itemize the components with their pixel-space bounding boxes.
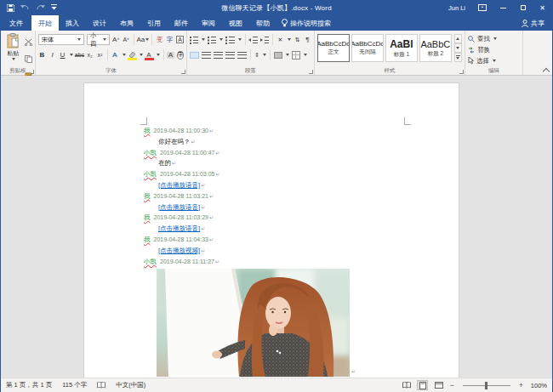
- maximize-button[interactable]: [513, 0, 533, 15]
- web-layout-button[interactable]: [433, 380, 444, 390]
- read-mode-button[interactable]: [401, 380, 412, 390]
- sort-button[interactable]: ⇅: [294, 37, 301, 43]
- tell-me-box[interactable]: 操作说明搜索: [276, 15, 336, 31]
- voice-playback-link[interactable]: [点击播放语音]: [158, 224, 200, 232]
- style-heading2[interactable]: AaBbC 标题 2: [419, 34, 452, 62]
- line-spacing-button[interactable]: ⇕: [254, 52, 259, 59]
- borders-caret[interactable]: [304, 54, 307, 56]
- phonetic-guide-button[interactable]: 变: [156, 37, 163, 43]
- strikethrough-button[interactable]: abc: [76, 52, 83, 58]
- increase-indent-button[interactable]: [265, 37, 269, 43]
- shading-caret[interactable]: [286, 54, 289, 56]
- subscript-button[interactable]: x₂: [86, 52, 94, 58]
- show-marks-button[interactable]: ¶: [304, 37, 311, 43]
- styles-scroll-down[interactable]: [454, 43, 462, 53]
- paragraph-dialog-launcher[interactable]: [309, 70, 313, 74]
- voice-playback-link[interactable]: [点击播放语音]: [158, 203, 200, 211]
- customize-qat-button[interactable]: [51, 4, 57, 11]
- shrink-font-button[interactable]: A˅: [123, 37, 130, 43]
- asian-layout-caret[interactable]: [288, 38, 291, 41]
- zoom-level[interactable]: 100%: [528, 382, 547, 389]
- tab-mailings[interactable]: 邮件: [168, 15, 195, 31]
- numbering-button[interactable]: [211, 37, 216, 43]
- asian-layout-button[interactable]: ✕: [276, 37, 284, 43]
- grow-font-button[interactable]: A˄: [112, 37, 120, 43]
- change-case-button[interactable]: Aa: [138, 37, 149, 43]
- replace-button[interactable]: 替换: [468, 44, 520, 55]
- print-layout-button[interactable]: [417, 380, 428, 390]
- text-effects-button[interactable]: A: [111, 52, 119, 59]
- redo-button[interactable]: [36, 4, 45, 12]
- tab-design[interactable]: 设计: [86, 15, 113, 31]
- undo-button[interactable]: [20, 4, 30, 12]
- bold-button[interactable]: B: [38, 52, 46, 59]
- styles-scroll-up[interactable]: [454, 34, 462, 43]
- document-page[interactable]: 我2019-04-28 11:00:30↵ 你好在吗？↵ 小凯2019-04-2…: [83, 82, 459, 378]
- zoom-slider-thumb[interactable]: [485, 382, 487, 389]
- minimize-button[interactable]: [493, 0, 513, 15]
- highlight-button[interactable]: [128, 52, 136, 59]
- video-playback-link[interactable]: [点击播放视频]: [158, 247, 200, 254]
- tab-view[interactable]: 视图: [222, 15, 249, 31]
- proofing-status[interactable]: [97, 382, 105, 389]
- highlight-caret[interactable]: [140, 54, 143, 56]
- select-button[interactable]: 选择: [468, 55, 520, 66]
- enclose-characters-button[interactable]: 字: [177, 51, 184, 60]
- character-shading-button[interactable]: A: [167, 52, 174, 59]
- decrease-indent-button[interactable]: [253, 37, 257, 43]
- multilevel-list-button[interactable]: [229, 37, 234, 43]
- borders-button[interactable]: [292, 51, 300, 60]
- find-button[interactable]: 查找: [468, 33, 520, 44]
- line-spacing-caret[interactable]: [263, 54, 266, 56]
- voice-playback-link[interactable]: [点击播放语音]: [158, 181, 200, 189]
- align-right-button[interactable]: [214, 52, 223, 59]
- tab-file[interactable]: 文件: [1, 15, 31, 31]
- inline-photo[interactable]: ↵: [157, 269, 350, 377]
- style-normal[interactable]: AaBbCcDd 正文: [317, 34, 350, 62]
- user-name[interactable]: Jun Li: [448, 4, 465, 12]
- font-color-caret[interactable]: [157, 54, 160, 56]
- text-effects-caret[interactable]: [123, 54, 126, 56]
- underline-button[interactable]: U: [59, 52, 66, 59]
- cut-button[interactable]: [25, 34, 32, 49]
- close-button[interactable]: ✕: [533, 0, 552, 15]
- align-left-button[interactable]: [190, 52, 199, 59]
- word-count[interactable]: 115 个字: [62, 381, 87, 389]
- share-button[interactable]: 共享: [514, 15, 552, 31]
- style-no-spacing[interactable]: AaBbCcDd 无间隔: [351, 34, 384, 62]
- language-indicator[interactable]: 中文(中国): [116, 381, 145, 389]
- ribbon-display-options-button[interactable]: [474, 0, 493, 15]
- underline-caret[interactable]: [70, 54, 73, 56]
- style-heading1[interactable]: AaBl 标题 1: [385, 34, 418, 62]
- styles-gallery-more[interactable]: [454, 53, 462, 62]
- font-size-combo[interactable]: 小四: [87, 34, 110, 45]
- font-dialog-launcher[interactable]: [181, 70, 185, 74]
- page-indicator[interactable]: 第 1 页，共 1 页: [6, 381, 52, 389]
- clipboard-dialog-launcher[interactable]: [30, 70, 34, 74]
- tab-layout[interactable]: 布局: [113, 15, 140, 31]
- distribute-button[interactable]: [237, 52, 247, 59]
- character-scaling-button[interactable]: 字: [166, 37, 174, 43]
- zoom-slider[interactable]: [463, 385, 510, 386]
- styles-dialog-launcher[interactable]: [459, 70, 464, 74]
- font-color-button[interactable]: A: [145, 52, 153, 59]
- tab-review[interactable]: 审阅: [195, 15, 222, 31]
- numbering-caret[interactable]: [219, 38, 223, 41]
- save-icon[interactable]: [7, 4, 14, 12]
- font-name-combo[interactable]: 宋体: [38, 34, 84, 45]
- copy-button[interactable]: [25, 51, 32, 66]
- tab-references[interactable]: 引用: [140, 15, 168, 31]
- bullets-caret[interactable]: [202, 38, 205, 41]
- justify-button[interactable]: [225, 52, 235, 59]
- tab-help[interactable]: 帮助: [249, 15, 276, 31]
- multilevel-caret[interactable]: [238, 38, 242, 41]
- italic-button[interactable]: I: [48, 52, 56, 59]
- document-area[interactable]: 我2019-04-28 11:00:30↵ 你好在吗？↵ 小凯2019-04-2…: [1, 76, 552, 378]
- tab-home[interactable]: 开始: [31, 15, 59, 31]
- bullets-button[interactable]: [193, 37, 198, 43]
- align-center-button[interactable]: [202, 52, 211, 59]
- collapse-ribbon-button[interactable]: [544, 67, 549, 72]
- zoom-out-button[interactable]: −: [449, 381, 453, 389]
- superscript-button[interactable]: x²: [96, 52, 104, 58]
- shading-button[interactable]: [274, 52, 282, 59]
